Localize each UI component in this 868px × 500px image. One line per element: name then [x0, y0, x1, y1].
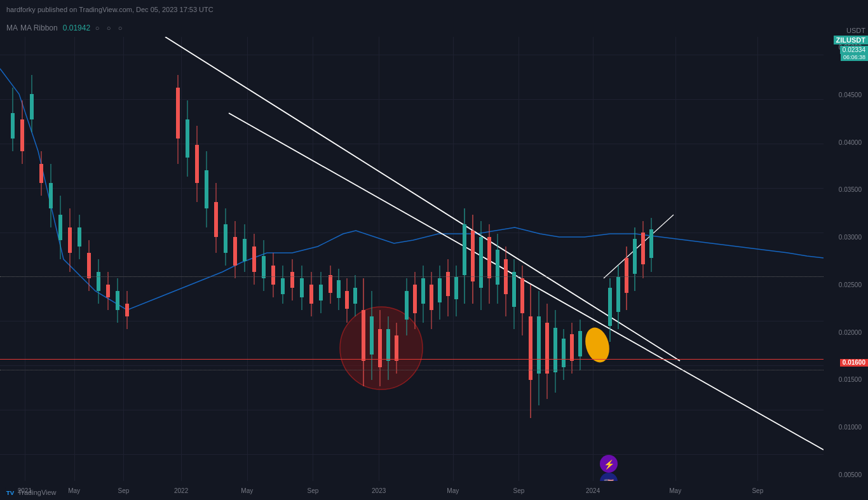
time-badge: 06:06:38 [841, 53, 868, 61]
svg-rect-59 [329, 275, 332, 293]
settings-icon[interactable]: ○ [104, 24, 113, 32]
svg-rect-61 [337, 280, 341, 298]
svg-rect-27 [176, 88, 180, 139]
indicator-bar: MA MA Ribbon 0.01942 ○ ○ ○ [0, 19, 868, 37]
x-label-may4: May [669, 487, 681, 494]
svg-rect-111 [545, 323, 549, 374]
svg-rect-75 [395, 335, 398, 361]
svg-rect-9 [49, 183, 53, 208]
chart-container: hardforky published on TradingView.com, … [0, 0, 868, 500]
close-icon[interactable]: ○ [116, 24, 125, 32]
chart-svg: ⚡ 🇺🇸 [0, 37, 824, 481]
x-label-may1: May [68, 487, 80, 494]
svg-rect-41 [243, 239, 247, 261]
svg-rect-21 [106, 285, 110, 297]
svg-rect-3 [20, 119, 24, 151]
y-label-0.03: 0.03000 [824, 234, 865, 241]
svg-rect-63 [345, 291, 349, 309]
svg-rect-125 [625, 258, 628, 293]
ma-ribbon-indicator: MA MA Ribbon 0.01942 ○ ○ ○ [6, 24, 125, 32]
svg-rect-55 [309, 285, 313, 304]
svg-rect-25 [125, 304, 129, 316]
svg-rect-69 [370, 316, 374, 355]
published-info: hardforky published on TradingView.com, … [6, 6, 214, 13]
svg-rect-53 [300, 278, 304, 297]
svg-rect-131 [649, 229, 653, 258]
svg-rect-83 [430, 285, 433, 310]
y-label-0.015: 0.01500 [824, 377, 865, 383]
svg-rect-93 [471, 231, 475, 281]
candles-2022-late [329, 266, 398, 386]
y-label-0.035: 0.03500 [824, 187, 865, 193]
svg-rect-37 [224, 224, 227, 253]
svg-rect-73 [386, 329, 390, 361]
svg-rect-31 [195, 145, 199, 183]
svg-rect-49 [281, 278, 285, 294]
svg-rect-43 [252, 247, 256, 272]
y-label-0.025: 0.02500 [824, 282, 865, 288]
x-label-2023: 2023 [372, 487, 386, 494]
svg-rect-1 [11, 113, 15, 139]
indicator-name: MA [6, 24, 18, 32]
svg-rect-99 [496, 250, 499, 285]
svg-text:TV: TV [6, 489, 15, 496]
svg-rect-87 [446, 272, 450, 296]
y-label-0.045: 0.04500 [824, 92, 865, 98]
x-axis: 2021 May Sep 2022 May Sep 2023 May Sep 2… [0, 481, 824, 500]
svg-rect-89 [454, 277, 458, 299]
chart-area: ⚡ 🇺🇸 [0, 37, 824, 481]
svg-rect-29 [186, 119, 189, 158]
red-price-badge: 0.01600 [840, 359, 868, 367]
svg-rect-17 [87, 253, 91, 278]
channel-lower-line [229, 113, 824, 450]
svg-rect-119 [578, 331, 582, 356]
dotted-line-price [0, 276, 824, 277]
svg-rect-91 [463, 224, 466, 275]
x-label-sep2: Sep [308, 487, 319, 494]
breakout-line [604, 215, 674, 278]
svg-rect-47 [271, 266, 275, 285]
svg-rect-123 [616, 277, 620, 312]
eye-icon[interactable]: ○ [93, 24, 102, 32]
x-label-2024: 2024 [586, 487, 600, 494]
svg-rect-39 [233, 237, 237, 266]
support-line [0, 359, 824, 360]
svg-rect-23 [116, 291, 119, 310]
svg-rect-13 [68, 227, 72, 253]
svg-rect-77 [405, 291, 409, 320]
candles-2023 [405, 208, 653, 418]
lightning-text: ⚡ [604, 459, 615, 470]
svg-rect-71 [378, 329, 382, 367]
top-bar: hardforky published on TradingView.com, … [0, 0, 868, 19]
svg-rect-7 [39, 164, 43, 183]
svg-rect-115 [562, 339, 566, 367]
svg-rect-81 [421, 278, 425, 304]
svg-rect-15 [78, 227, 81, 247]
x-label-may3: May [447, 487, 459, 494]
svg-rect-85 [438, 278, 442, 302]
tradingview-text: TradingView [18, 489, 57, 496]
svg-rect-129 [641, 233, 645, 264]
x-label-sep1: Sep [118, 487, 129, 494]
indicator-ribbon: MA Ribbon [20, 24, 58, 32]
svg-rect-5 [30, 94, 34, 119]
symbol-badge: ZILUSDT [834, 36, 868, 44]
y-label-0.005: 0.00500 [824, 472, 865, 478]
svg-rect-113 [553, 328, 557, 372]
y-label-0.01: 0.01000 [824, 424, 865, 431]
svg-rect-109 [537, 316, 541, 374]
y-label-0.02: 0.02000 [824, 330, 865, 336]
y-label-0.04: 0.04000 [824, 140, 865, 146]
tradingview-logo: TV TradingView [5, 487, 57, 497]
svg-rect-105 [520, 278, 524, 313]
indicator-value: 0.01942 [63, 24, 90, 32]
x-label-sep3: Sep [513, 487, 525, 494]
svg-rect-57 [319, 285, 323, 301]
candles-2022 [176, 75, 323, 316]
svg-rect-33 [205, 170, 208, 208]
svg-rect-67 [362, 310, 365, 361]
svg-rect-11 [58, 215, 62, 240]
svg-rect-127 [633, 239, 637, 274]
tv-icon: TV [5, 487, 15, 497]
x-label-may2: May [241, 487, 253, 494]
